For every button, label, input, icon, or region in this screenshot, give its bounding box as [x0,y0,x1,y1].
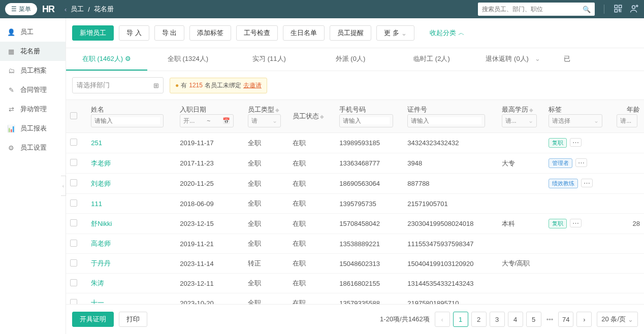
employee-name-link[interactable]: 十一 [91,299,104,304]
row-checkbox[interactable] [70,159,77,166]
row-checkbox[interactable] [70,299,77,305]
employee-name-link[interactable]: 李老师 [91,159,111,167]
cell-hiredate: 2018-06-09 [176,194,244,214]
employee-name-link[interactable]: 251 [91,139,102,147]
tab-4[interactable]: 临时工 (2人) [391,48,472,71]
tab-label: 实习 (11人) [252,55,286,62]
employee-name-link[interactable]: 舒Nikki [91,220,112,227]
page-size-select[interactable]: 20 条/页⌄ [597,312,638,327]
col-edu-header[interactable]: 最高学历◆ [502,105,541,114]
row-checkbox[interactable] [70,279,77,286]
collapse-categories-link[interactable]: 收起分类︿ [430,28,465,38]
chevron-down-icon[interactable]: ⌄ [535,55,540,62]
breadcrumb-roster[interactable]: 花名册 [94,5,114,14]
filter-age[interactable]: 请... [617,114,637,127]
page-next[interactable]: › [576,312,592,327]
col-type-header[interactable]: 员工类型◆ [248,105,284,114]
employee-name-link[interactable]: 111 [91,200,102,208]
search-input[interactable] [482,6,583,13]
sidebar-item-5[interactable]: 📊员工报表 [0,119,66,138]
svg-rect-2 [615,9,617,12]
birthday-list-button[interactable]: 生日名单 [283,25,325,41]
sidebar-item-1[interactable]: ▦花名册 [0,42,66,61]
page-last[interactable]: 74 [558,312,573,327]
filter-idno[interactable] [407,114,485,127]
row-checkbox[interactable] [70,179,77,186]
more-button[interactable]: 更 多⌄ [376,25,414,41]
table-row: 李老师2017-11-23全职在职133634687773948大专管理者⋯ [66,153,644,174]
sidebar-item-3[interactable]: ✎合同管理 [0,80,66,99]
page-1[interactable]: 1 [453,312,468,327]
menu-button[interactable]: ☰ 菜单 [5,3,37,15]
tab-0[interactable]: 在职 (1462人)⚙ [66,48,147,71]
check-number-button[interactable]: 工号检查 [236,25,278,41]
row-checkbox[interactable] [70,259,77,266]
export-button[interactable]: 导 出 [154,25,185,41]
user-switch-icon[interactable] [630,4,639,15]
row-more-icon[interactable]: ⋯ [570,138,582,147]
row-checkbox[interactable] [70,139,77,146]
sidebar-item-2[interactable]: 🗂员工档案 [0,61,66,80]
tab-2[interactable]: 实习 (11人) [229,48,310,71]
tab-1[interactable]: 全职 (1324人) [147,48,229,71]
page-2[interactable]: 2 [471,312,487,327]
select-all-checkbox[interactable] [70,112,77,119]
filter-name[interactable] [91,114,164,127]
tag-badge[interactable]: 复职 [549,138,567,148]
tab-3[interactable]: 外派 (0人) [310,48,391,71]
col-phone-header[interactable]: 手机号码 [339,105,399,114]
employee-name-link[interactable]: 高老师 [91,240,111,247]
filter-phone[interactable] [339,114,393,127]
filter-hiredate[interactable]: 开...~ 📅 [180,114,234,127]
col-tags-header[interactable]: 标签 [549,105,608,114]
page-3[interactable]: 3 [490,312,505,327]
filter-edu[interactable]: 请...⌄ [502,114,537,127]
page-4[interactable]: 4 [508,312,523,327]
add-employee-button[interactable]: 新增员工 [72,25,114,41]
sidebar-collapse[interactable]: ‹ [61,176,66,196]
invite-link[interactable]: 去邀请 [243,81,262,90]
breadcrumb-sep: / [88,6,90,13]
sidebar-item-0[interactable]: 👤员工 [0,22,66,42]
employee-name-link[interactable]: 于丹丹 [91,259,111,267]
row-checkbox[interactable] [70,240,77,247]
table-row: 高老师2019-11-21全职在职13538889221111553475937… [66,234,644,254]
filter-type[interactable]: 请⌄ [248,114,280,127]
row-more-icon[interactable]: ⋯ [575,158,587,167]
col-idno-header[interactable]: 证件号 [407,105,493,114]
employee-name-link[interactable]: 刘老师 [91,180,111,187]
cell-type: 全职 [244,234,288,254]
col-status-header[interactable]: 员工状态◆ [293,112,332,121]
sidebar-item-4[interactable]: ⇄异动管理 [0,99,66,119]
tab-5[interactable]: 退休返聘 (0人) ⌄ [472,48,554,71]
col-age-header[interactable]: 年龄 [617,105,640,114]
filter-tags[interactable]: 请选择⌄ [549,114,602,127]
qr-icon[interactable] [614,4,623,15]
add-tag-button[interactable]: 添加标签 [189,25,231,41]
breadcrumb-emp[interactable]: 员工 [71,5,84,14]
row-checkbox[interactable] [70,199,77,207]
import-button[interactable]: 导 入 [119,25,149,41]
tag-badge[interactable]: 管理者 [549,158,572,168]
tab-overflow[interactable]: 已 [554,48,581,71]
row-more-icon[interactable]: ⋯ [570,219,582,227]
dept-select[interactable]: 请选择部门 ⊞ [72,77,164,93]
col-name-header[interactable]: 姓名 [91,105,172,114]
global-search[interactable]: 🔍 [478,3,595,16]
breadcrumb-back[interactable]: ‹ [65,6,67,13]
table-wrap[interactable]: 姓名 入职日期 开...~ 📅 员工类型◆ 请⌄ 员工状态◆ 手机号码 证件号 [66,99,644,304]
row-checkbox[interactable] [70,219,77,226]
search-icon[interactable]: 🔍 [583,6,591,13]
remind-button[interactable]: 员工提醒 [330,25,371,41]
sidebar-item-6[interactable]: ⚙员工设置 [0,138,66,157]
issue-cert-button[interactable]: 开具证明 [72,312,114,327]
row-more-icon[interactable]: ⋯ [581,179,593,187]
gear-icon[interactable]: ⚙ [125,55,131,62]
print-button[interactable]: 打印 [119,312,147,327]
employee-name-link[interactable]: 朱涛 [91,279,104,287]
col-hiredate-header[interactable]: 入职日期 [180,105,240,114]
tag-badge[interactable]: 绩效教练 [549,179,578,188]
page-prev[interactable]: ‹ [435,312,450,327]
tag-badge[interactable]: 复职 [549,219,567,228]
page-5[interactable]: 5 [526,312,541,327]
